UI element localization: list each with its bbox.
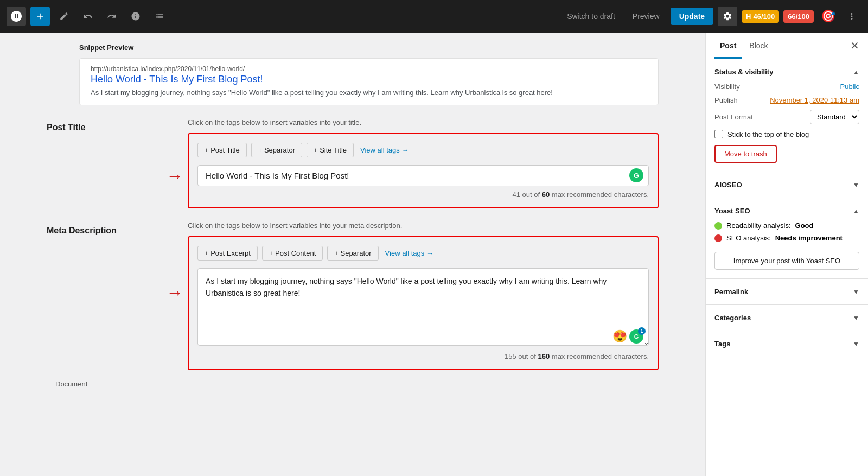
main-layout: Snippet Preview http://urbanistica.io/in… — [0, 33, 868, 476]
meta-separator-tag-button[interactable]: + Separator — [327, 246, 378, 261]
post-title-tag-buttons: + Post Title + Separator + Site Title Vi… — [197, 143, 649, 157]
preview-button[interactable]: Preview — [626, 9, 666, 24]
post-content-tag-button[interactable]: + Post Content — [262, 246, 323, 261]
snippet-title: Hello World - This Is My First Blog Post… — [91, 74, 647, 85]
sidebar-panel: Status & visibility ▲ Visibility Public … — [706, 59, 868, 357]
meta-desc-tag-buttons: + Post Excerpt + Post Content + Separato… — [197, 246, 649, 261]
aioseo-header[interactable]: AIOSEO ▼ — [714, 181, 859, 189]
categories-section: Categories ▼ — [706, 305, 868, 331]
meta-desc-hint: Click on the tags below to insert variab… — [188, 221, 659, 230]
info-button[interactable] — [126, 7, 145, 26]
post-title-tag-button[interactable]: + Post Title — [197, 143, 247, 157]
post-title-input-row: G — [197, 165, 649, 186]
edit-icon-button[interactable] — [54, 7, 74, 26]
post-title-input[interactable] — [197, 165, 649, 186]
post-title-arrow-icon: → — [166, 167, 183, 185]
document-label: Document — [47, 373, 87, 390]
aioseo-section: AIOSEO ▼ — [706, 172, 868, 198]
visibility-label: Visibility — [714, 82, 740, 91]
move-to-trash-button[interactable]: Move to trash — [714, 145, 777, 163]
meta-desc-field-container: + Post Excerpt + Post Content + Separato… — [188, 236, 659, 371]
post-excerpt-tag-button[interactable]: + Post Excerpt — [197, 246, 258, 261]
readability-label: Readability analysis: — [726, 221, 791, 230]
visibility-value[interactable]: Public — [840, 82, 859, 91]
content-area: Snippet Preview http://urbanistica.io/in… — [0, 33, 705, 476]
status-visibility-section: Status & visibility ▲ Visibility Public … — [706, 59, 868, 172]
readability-dot-icon — [714, 222, 722, 230]
score-h-value: 46/100 — [753, 12, 775, 21]
categories-header[interactable]: Categories ▼ — [714, 314, 859, 322]
grammarly-badge: 1 — [638, 327, 646, 335]
snippet-preview-label: Snippet Preview — [79, 43, 659, 52]
post-title-field-container: + Post Title + Separator + Site Title Vi… — [188, 133, 659, 208]
more-options-button[interactable] — [842, 7, 861, 26]
visibility-row: Visibility Public — [714, 82, 859, 91]
publish-value[interactable]: November 1, 2020 11:13 am — [770, 96, 859, 104]
seo-analysis-row: SEO analysis: Needs improvement — [714, 234, 859, 242]
yoast-icon-button[interactable]: 🎯 — [818, 7, 838, 26]
permalink-header[interactable]: Permalink ▼ — [714, 288, 859, 296]
post-format-label: Post Format — [714, 113, 753, 121]
meta-desc-input-wrapper: 😍 G 1 — [197, 268, 649, 348]
separator-tag-button[interactable]: + Separator — [251, 143, 302, 157]
meta-desc-icons: 😍 G 1 — [612, 329, 643, 344]
readability-value: Good — [795, 221, 814, 230]
seo-dot-icon — [714, 234, 722, 242]
score-h-letter: H — [746, 12, 751, 21]
switch-to-draft-button[interactable]: Switch to draft — [560, 9, 622, 24]
stick-checkbox[interactable] — [714, 130, 723, 138]
main-toolbar: Switch to draft Preview Update H 46/100 … — [0, 0, 868, 33]
tags-chevron: ▼ — [853, 340, 859, 348]
meta-desc-label: Meta Description — [47, 226, 117, 236]
seo-label: SEO analysis: — [726, 234, 771, 242]
categories-chevron: ▼ — [853, 314, 859, 322]
post-title-char-count: 41 out of 60 max recommended characters. — [197, 191, 649, 199]
status-visibility-header[interactable]: Status & visibility ▲ — [714, 68, 859, 76]
stick-checkbox-row: Stick to the top of the blog — [714, 130, 859, 138]
publish-row: Publish November 1, 2020 11:13 am — [714, 96, 859, 104]
yoast-header[interactable]: Yoast SEO ▲ — [714, 207, 859, 215]
redo-button[interactable] — [102, 7, 122, 26]
meta-view-all-tags-link[interactable]: View all tags → — [385, 249, 433, 257]
post-format-row: Post Format Standard — [714, 110, 859, 124]
tab-post[interactable]: Post — [714, 33, 742, 59]
readability-row: Readability analysis: Good — [714, 221, 859, 230]
tags-header[interactable]: Tags ▼ — [714, 340, 859, 348]
improve-yoast-button[interactable]: Improve your post with Yoast SEO — [714, 252, 859, 270]
undo-button[interactable] — [78, 7, 98, 26]
aioseo-chevron: ▼ — [853, 181, 859, 189]
permalink-chevron: ▼ — [853, 288, 859, 296]
publish-label: Publish — [714, 96, 738, 104]
status-visibility-chevron: ▲ — [853, 68, 859, 76]
permalink-section: Permalink ▼ — [706, 279, 868, 305]
grammarly-score-badge[interactable]: 66/100 — [783, 10, 814, 23]
seo-value: Needs improvement — [775, 234, 843, 242]
site-title-tag-button[interactable]: + Site Title — [307, 143, 354, 157]
meta-desc-textarea[interactable] — [197, 268, 649, 346]
grammarly-sm-icon: G 1 — [629, 329, 643, 344]
update-button[interactable]: Update — [671, 8, 713, 25]
stick-label: Stick to the top of the blog — [727, 130, 809, 138]
snippet-preview-box: http://urbanistica.io/index.php/2020/11/… — [79, 58, 659, 105]
yoast-section: Yoast SEO ▲ Readability analysis: Good S… — [706, 198, 868, 279]
sidebar-close-button[interactable]: ✕ — [850, 33, 859, 59]
sidebar-tabs: Post Block ✕ — [706, 33, 868, 59]
settings-gear-button[interactable] — [718, 7, 737, 26]
yoast-chevron: ▲ — [853, 207, 859, 215]
emoji-icon: 😍 — [612, 329, 627, 344]
snippet-description: As I start my blogging journey, nothing … — [91, 87, 647, 98]
snippet-url: http://urbanistica.io/index.php/2020/11/… — [91, 65, 647, 73]
meta-desc-char-count: 155 out of 160 max recommended character… — [197, 352, 649, 360]
view-all-tags-link[interactable]: View all tags → — [360, 146, 409, 154]
post-format-select[interactable]: Standard — [810, 110, 859, 124]
grammarly-check-icon: G — [629, 168, 643, 182]
meta-desc-arrow-icon: → — [166, 284, 183, 301]
post-title-hint: Click on the tags below to insert variab… — [188, 118, 659, 126]
score-g-value: 66/100 — [788, 12, 809, 21]
hubspot-score-badge[interactable]: H 46/100 — [742, 10, 779, 23]
tab-block[interactable]: Block — [744, 33, 773, 59]
tags-section: Tags ▼ — [706, 331, 868, 357]
wp-logo-icon[interactable] — [7, 7, 26, 26]
add-block-button[interactable] — [30, 7, 50, 26]
list-view-button[interactable] — [150, 7, 169, 26]
